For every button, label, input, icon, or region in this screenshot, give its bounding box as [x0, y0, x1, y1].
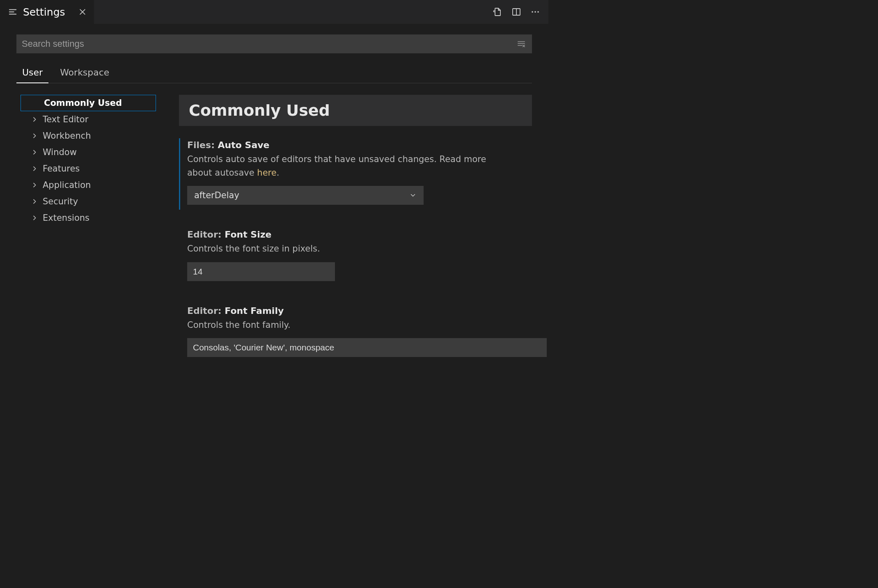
setting-name: Font Size — [225, 229, 271, 240]
more-actions-button[interactable] — [530, 7, 540, 17]
clear-search-filter-icon[interactable] — [517, 39, 532, 48]
setting-title: Editor: Font Size — [187, 229, 532, 240]
chevron-right-icon — [31, 149, 39, 156]
setting-category: Editor: — [187, 306, 225, 316]
toc-item-label: Commonly Used — [44, 98, 122, 108]
toc-item-security[interactable]: Security — [21, 193, 156, 210]
open-settings-json-button[interactable] — [493, 7, 502, 17]
settings-content: Commonly Used Files: Auto Save Controls … — [156, 95, 532, 368]
settings-search-input[interactable] — [17, 35, 517, 53]
setting-editor-font-size: Editor: Font Size Controls the font size… — [179, 225, 532, 288]
editor-tab-bar: Settings — [0, 0, 548, 24]
settings-search[interactable] — [16, 34, 532, 53]
scope-tab-workspace[interactable]: Workspace — [60, 65, 109, 83]
setting-name: Font Family — [225, 306, 284, 316]
setting-editor-font-family: Editor: Font Family Controls the font fa… — [179, 302, 532, 365]
settings-icon — [8, 7, 17, 16]
auto-save-select-value: afterDelay — [194, 190, 239, 200]
settings-scope-tabs: User Workspace — [16, 65, 532, 83]
scope-tab-user[interactable]: User — [16, 65, 48, 83]
toc-item-application[interactable]: Application — [21, 177, 156, 193]
toc-item-label: Workbench — [43, 131, 91, 141]
toc-item-label: Security — [43, 197, 78, 206]
setting-description: Controls the font size in pixels. — [187, 242, 507, 256]
setting-description: Controls auto save of editors that have … — [187, 153, 507, 179]
settings-tab[interactable]: Settings — [0, 0, 94, 24]
chevron-right-icon — [31, 133, 39, 139]
setting-files-auto-save: Files: Auto Save Controls auto save of e… — [179, 136, 532, 212]
font-size-input[interactable] — [187, 262, 335, 281]
autosave-doc-link[interactable]: here — [257, 168, 276, 178]
chevron-right-icon — [31, 215, 39, 221]
font-family-input[interactable] — [187, 338, 547, 357]
chevron-right-icon — [31, 182, 39, 188]
chevron-right-icon — [31, 198, 39, 205]
toc-item-workbench[interactable]: Workbench — [21, 128, 156, 144]
toc-item-text-editor[interactable]: Text Editor — [21, 111, 156, 128]
settings-tab-label: Settings — [23, 6, 65, 18]
setting-description: Controls the font family. — [187, 318, 507, 332]
setting-title: Editor: Font Family — [187, 306, 532, 316]
chevron-down-icon — [409, 192, 417, 199]
setting-category: Editor: — [187, 229, 225, 240]
chevron-right-icon — [31, 116, 39, 123]
svg-point-8 — [534, 11, 536, 13]
setting-name: Auto Save — [218, 140, 270, 150]
svg-point-9 — [537, 11, 539, 13]
setting-category: Files: — [187, 140, 218, 150]
setting-title: Files: Auto Save — [187, 140, 532, 150]
close-tab-button[interactable] — [78, 8, 87, 16]
toc-item-label: Text Editor — [43, 114, 88, 124]
section-heading: Commonly Used — [179, 95, 532, 126]
toc-item-label: Application — [43, 180, 91, 190]
settings-toc: Commonly Used Text Editor Workbench Wind… — [16, 95, 156, 368]
editor-actions — [493, 7, 548, 17]
toc-item-window[interactable]: Window — [21, 144, 156, 160]
toc-item-commonly-used[interactable]: Commonly Used — [21, 95, 156, 111]
toc-item-features[interactable]: Features — [21, 160, 156, 177]
svg-point-7 — [532, 11, 533, 13]
toc-item-label: Window — [43, 147, 77, 157]
auto-save-select[interactable]: afterDelay — [187, 186, 424, 205]
split-editor-button[interactable] — [511, 7, 521, 17]
toc-item-label: Extensions — [43, 213, 89, 223]
toc-item-label: Features — [43, 164, 80, 174]
toc-item-extensions[interactable]: Extensions — [21, 210, 156, 226]
chevron-right-icon — [31, 165, 39, 172]
